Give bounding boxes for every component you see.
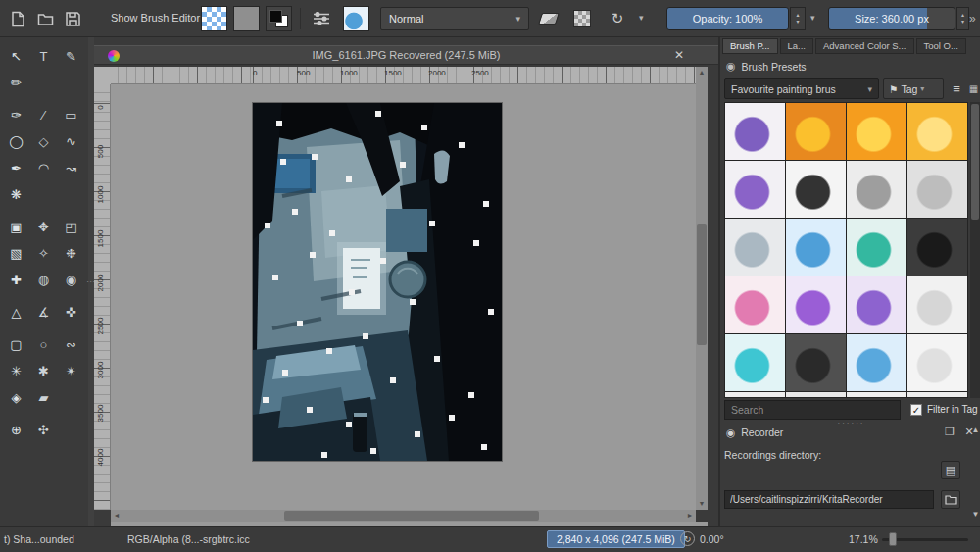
tab-brush-presets[interactable]: Brush P...: [722, 38, 778, 54]
blend-mode-select[interactable]: Normal ▾: [380, 7, 529, 30]
transform-tool[interactable]: ▣: [5, 216, 27, 237]
crop-tool[interactable]: ◰: [60, 216, 82, 237]
new-document-icon[interactable]: [6, 7, 29, 30]
canvas-viewport[interactable]: [111, 84, 696, 510]
save-icon[interactable]: [61, 7, 84, 30]
chevron-down-icon[interactable]: ▾: [810, 13, 815, 23]
vertical-scrollbar[interactable]: ▲ ▼: [696, 67, 708, 510]
painting-image[interactable]: [253, 103, 502, 461]
brush-preset[interactable]: [907, 219, 967, 276]
docker-lock-icon[interactable]: ◉: [726, 427, 735, 438]
reference-images-tool[interactable]: ✜: [60, 301, 82, 323]
canvas-rotation-icon[interactable]: ↻: [680, 531, 695, 546]
float-docker-icon[interactable]: ❐: [943, 426, 956, 438]
recorder-scrollbar[interactable]: ▲ ▼: [970, 424, 980, 522]
calligraphy-tool[interactable]: ✏: [5, 72, 27, 93]
recordings-directory-input[interactable]: [724, 490, 934, 509]
tag-button[interactable]: ⚑ Tag ▾: [883, 78, 944, 99]
polygonal-select-tool[interactable]: ▰: [32, 386, 55, 408]
scroll-up-icon[interactable]: ▲: [696, 67, 708, 78]
brush-preset[interactable]: [786, 392, 846, 398]
enclose-fill-tool[interactable]: ◉: [60, 269, 82, 290]
opacity-slider[interactable]: Opacity: 100%: [666, 7, 789, 30]
scroll-up-icon[interactable]: ▲: [970, 426, 980, 434]
tag-filter-select[interactable]: Favourite painting brus ▾: [724, 78, 879, 99]
bezier-curve-tool[interactable]: ↝: [60, 157, 82, 178]
brush-settings-icon[interactable]: [310, 7, 333, 30]
brush-preset[interactable]: [725, 392, 785, 398]
rectangle-tool[interactable]: ▭: [60, 104, 82, 125]
brush-preset[interactable]: [847, 334, 906, 391]
browse-folder-icon[interactable]: [941, 490, 960, 509]
pattern-chooser-button[interactable]: [233, 6, 260, 31]
vertical-scrollbar-thumb[interactable]: [697, 224, 707, 345]
document-dimensions-badge[interactable]: 2,840 x 4,096 (247.5 MiB): [547, 530, 685, 548]
brush-preset-chooser-button[interactable]: [343, 6, 369, 31]
brush-preset[interactable]: [907, 103, 967, 160]
brush-preset[interactable]: [907, 161, 967, 218]
polyline-tool[interactable]: ∿: [60, 130, 82, 152]
zoom-tool[interactable]: ⊕: [5, 419, 27, 440]
line-tool[interactable]: ∕: [32, 104, 55, 125]
freehand-brush-tool[interactable]: ✑: [5, 104, 27, 125]
tab-tool-options[interactable]: Tool O...: [916, 38, 966, 54]
zoom-slider[interactable]: [882, 538, 968, 541]
preset-menu-icon[interactable]: ≡: [947, 78, 966, 99]
text-tool[interactable]: T: [32, 45, 55, 67]
tab-advanced-color-selector[interactable]: Advanced Color S...: [815, 38, 914, 54]
dynamic-brush-tool[interactable]: ✒: [5, 157, 27, 178]
pan-tool[interactable]: ✣: [32, 419, 55, 440]
brush-preset[interactable]: [847, 161, 906, 218]
edit-shapes-tool[interactable]: ✎: [60, 45, 82, 67]
preset-grid-scrollbar[interactable]: [970, 102, 980, 398]
freehand-select-tool[interactable]: ∾: [60, 333, 82, 355]
magnetic-select-tool[interactable]: ✴: [60, 360, 82, 381]
brush-preset[interactable]: [847, 276, 906, 333]
chevron-down-icon[interactable]: ▾: [639, 13, 644, 23]
brush-preset[interactable]: [725, 334, 785, 391]
open-folder-icon[interactable]: [33, 7, 57, 30]
smart-patch-tool[interactable]: ✚: [5, 269, 27, 290]
fg-bg-color-button[interactable]: [266, 6, 292, 31]
preset-grid-scrollbar-thumb[interactable]: [971, 104, 979, 220]
brush-preset[interactable]: [907, 334, 967, 391]
bezier-select-tool[interactable]: ◈: [5, 386, 27, 408]
recorder-settings-icon[interactable]: ▤: [941, 461, 960, 479]
brush-preset[interactable]: [725, 161, 785, 218]
preset-view-mode-icon[interactable]: ▦: [967, 78, 980, 99]
brush-preset[interactable]: [907, 392, 967, 398]
brush-preset[interactable]: [847, 103, 906, 160]
brush-preset[interactable]: [786, 334, 846, 391]
opacity-spinner[interactable]: ▴▾: [790, 7, 806, 30]
horizontal-scrollbar-thumb[interactable]: [284, 511, 539, 521]
ellipse-select-tool[interactable]: ○: [32, 333, 55, 355]
scroll-down-icon[interactable]: ▼: [696, 498, 708, 510]
select-shapes-tool[interactable]: ↖: [5, 45, 27, 67]
freehand-path-tool[interactable]: ◠: [32, 157, 55, 178]
toolbar-overflow-icon[interactable]: »: [969, 12, 976, 25]
scroll-left-icon[interactable]: ◄: [111, 510, 122, 522]
brush-preset[interactable]: [786, 161, 846, 218]
polygon-tool[interactable]: ◇: [32, 130, 55, 152]
close-document-icon[interactable]: ✕: [671, 48, 687, 62]
move-tool[interactable]: ✥: [32, 216, 55, 237]
eraser-mode-icon[interactable]: [537, 7, 561, 30]
zoom-slider-thumb[interactable]: [889, 532, 897, 546]
size-spinner[interactable]: ▴▾: [956, 7, 969, 30]
brush-preset[interactable]: [725, 219, 785, 276]
brush-preset[interactable]: [786, 276, 846, 333]
brush-preset[interactable]: [847, 219, 906, 276]
brush-preset[interactable]: [725, 103, 785, 160]
brush-preset[interactable]: [907, 276, 967, 333]
preserve-alpha-icon[interactable]: [570, 7, 594, 30]
docker-lock-icon[interactable]: ◉: [726, 60, 736, 73]
gradient-tool[interactable]: ▧: [5, 242, 27, 264]
contiguous-select-tool[interactable]: ✳: [5, 360, 27, 381]
size-slider[interactable]: Size: 360.00 px: [828, 7, 956, 30]
fill-tool[interactable]: ◍: [32, 269, 55, 290]
scroll-right-icon[interactable]: ►: [684, 510, 696, 522]
filter-in-tag-checkbox[interactable]: ✓: [910, 404, 922, 416]
multibrush-tool[interactable]: ❋: [5, 183, 27, 205]
rect-select-tool[interactable]: ▢: [5, 333, 27, 355]
pattern-edit-tool[interactable]: ❉: [60, 242, 82, 264]
